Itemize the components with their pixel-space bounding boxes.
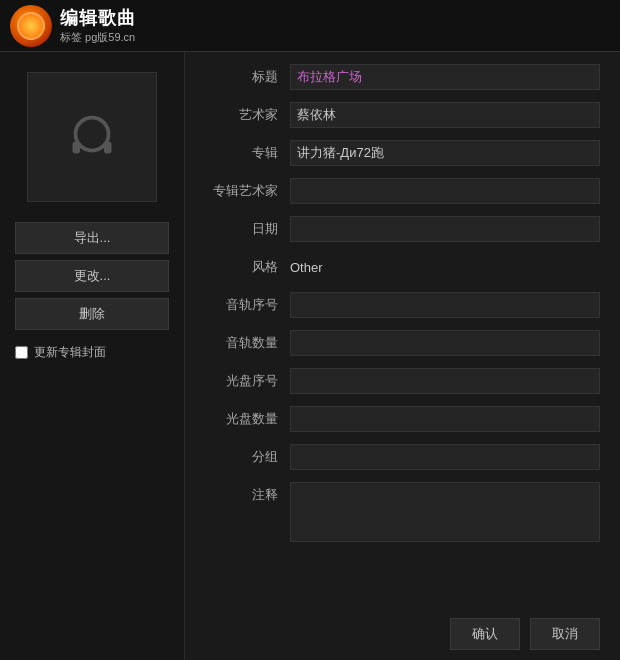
grouping-input[interactable] [290,444,600,470]
delete-button[interactable]: 删除 [15,298,169,330]
update-cover-row: 更新专辑封面 [15,344,169,361]
comment-label: 注释 [205,482,290,504]
svg-rect-2 [104,142,112,154]
album-artist-row: 专辑艺术家 [205,176,600,206]
album-input[interactable] [290,140,600,166]
disc-count-row: 光盘数量 [205,404,600,434]
track-num-row: 音轨序号 [205,290,600,320]
export-button[interactable]: 导出... [15,222,169,254]
artist-input[interactable] [290,102,600,128]
disc-count-label: 光盘数量 [205,410,290,428]
album-row: 专辑 [205,138,600,168]
date-input[interactable] [290,216,600,242]
track-num-input[interactable] [290,292,600,318]
app-title: 编辑歌曲 [60,6,136,30]
main-content: 导出... 更改... 删除 更新专辑封面 标题 艺术家 专辑 专辑艺术家 日期 [0,52,620,660]
app-logo [10,5,52,47]
track-count-input[interactable] [290,330,600,356]
disc-num-input[interactable] [290,368,600,394]
comment-row: 注释 [205,480,600,542]
comment-textarea[interactable] [290,482,600,542]
track-count-row: 音轨数量 [205,328,600,358]
footer: 确认 取消 [185,608,620,660]
date-row: 日期 [205,214,600,244]
title-row: 标题 [205,62,600,92]
update-cover-label: 更新专辑封面 [34,344,106,361]
album-artist-input[interactable] [290,178,600,204]
change-button[interactable]: 更改... [15,260,169,292]
left-panel: 导出... 更改... 删除 更新专辑封面 [0,52,185,660]
title-label: 标题 [205,68,290,86]
grouping-label: 分组 [205,448,290,466]
disc-num-label: 光盘序号 [205,372,290,390]
genre-input[interactable] [290,254,600,280]
confirm-button[interactable]: 确认 [450,618,520,650]
headphone-icon [62,107,122,167]
cancel-button[interactable]: 取消 [530,618,600,650]
app-subtitle: 标签 pg版59.cn [60,30,136,45]
svg-rect-1 [73,142,81,154]
track-count-label: 音轨数量 [205,334,290,352]
header: 编辑歌曲 标签 pg版59.cn [0,0,620,52]
logo-inner [17,12,45,40]
album-art [27,72,157,202]
grouping-row: 分组 [205,442,600,472]
artist-row: 艺术家 [205,100,600,130]
genre-label: 风格 [205,258,290,276]
date-label: 日期 [205,220,290,238]
artist-label: 艺术家 [205,106,290,124]
album-artist-label: 专辑艺术家 [205,182,290,200]
header-text: 编辑歌曲 标签 pg版59.cn [60,6,136,45]
update-cover-checkbox[interactable] [15,346,28,359]
genre-row: 风格 [205,252,600,282]
album-label: 专辑 [205,144,290,162]
svg-point-0 [76,118,109,151]
disc-num-row: 光盘序号 [205,366,600,396]
disc-count-input[interactable] [290,406,600,432]
track-num-label: 音轨序号 [205,296,290,314]
title-input[interactable] [290,64,600,90]
right-panel: 标题 艺术家 专辑 专辑艺术家 日期 风格 音轨序号 音轨数量 [185,52,620,660]
